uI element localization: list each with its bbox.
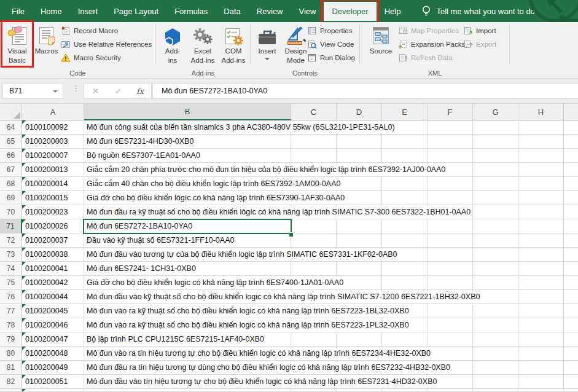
cell-empty[interactable]: [291, 332, 337, 347]
cell-code[interactable]: 0100200003: [22, 135, 84, 149]
properties-button[interactable]: Properties: [307, 25, 352, 36]
cell-empty[interactable]: [518, 262, 564, 276]
insert-function-icon[interactable]: fx: [130, 87, 150, 96]
tab-data[interactable]: Data: [216, 2, 248, 21]
cell-partial[interactable]: [564, 120, 578, 135]
cell-empty[interactable]: [518, 205, 564, 219]
tab-developer[interactable]: Developer: [324, 2, 376, 21]
row-header[interactable]: 72: [0, 233, 22, 248]
cell-empty[interactable]: [473, 219, 518, 233]
cell-empty[interactable]: [473, 205, 518, 219]
cell-empty[interactable]: [473, 233, 518, 248]
cell-empty[interactable]: [518, 389, 564, 392]
map-properties-button[interactable]: Map Properties: [398, 25, 459, 36]
cell-desc[interactable]: Bộ lập trình PLC CPU1215C 6ES7215-1AF40-…: [84, 332, 291, 347]
tab-insert[interactable]: Insert: [70, 2, 106, 21]
cell-empty[interactable]: [382, 262, 428, 276]
cancel-icon[interactable]: ✕: [84, 86, 107, 96]
macros-button[interactable]: Macros: [33, 23, 60, 68]
cell-empty[interactable]: [337, 149, 382, 163]
cell-empty[interactable]: [428, 248, 473, 262]
cell-empty[interactable]: [428, 304, 473, 318]
cell-partial[interactable]: [564, 361, 578, 375]
row-header[interactable]: 76: [0, 290, 22, 304]
cell-empty[interactable]: [291, 219, 337, 233]
cell-empty[interactable]: [473, 191, 518, 205]
cell-partial[interactable]: [564, 248, 578, 262]
cell-empty[interactable]: [518, 375, 564, 389]
source-button[interactable]: Source: [365, 23, 397, 68]
cell-empty[interactable]: [518, 304, 564, 318]
cell-empty[interactable]: [291, 135, 337, 149]
cell-partial[interactable]: [564, 233, 578, 248]
cell-empty[interactable]: [518, 276, 564, 290]
cell-empty[interactable]: [518, 361, 564, 375]
cell-empty[interactable]: [337, 177, 382, 191]
cell-code[interactable]: 0100100092: [22, 120, 84, 135]
row-header[interactable]: 79: [0, 332, 22, 347]
cell-empty[interactable]: [428, 233, 473, 248]
cell-empty[interactable]: [473, 332, 518, 347]
cell-partial[interactable]: [564, 177, 578, 191]
cell-partial[interactable]: [564, 163, 578, 177]
cell-desc[interactable]: Mô đun vào ra kỹ thuật số cho bộ điều kh…: [84, 318, 291, 332]
select-all-button[interactable]: [0, 104, 22, 120]
cell-empty[interactable]: [473, 177, 518, 191]
row-header[interactable]: 74: [0, 262, 22, 276]
cell-empty[interactable]: [518, 290, 564, 304]
import-button[interactable]: Import: [463, 25, 496, 36]
cell-code[interactable]: 0100200026: [22, 219, 84, 233]
cell-code[interactable]: 0100200013: [22, 163, 84, 177]
tab-page-layout[interactable]: Page Layout: [106, 2, 166, 21]
cell-empty[interactable]: [473, 163, 518, 177]
column-header-d[interactable]: D: [337, 104, 382, 120]
cell-code[interactable]: 0100200044: [22, 290, 84, 304]
macro-security-button[interactable]: Macro Security: [61, 52, 121, 63]
column-header-a[interactable]: A: [22, 104, 84, 120]
cell-code[interactable]: 0100200045: [22, 304, 84, 318]
row-header[interactable]: 71: [0, 219, 22, 233]
visual-basic-button[interactable]: Visual Basic: [2, 23, 33, 68]
cell-desc[interactable]: Bộ nguồn 6ES7307-1EA01-0AA0: [84, 149, 291, 163]
cell-empty[interactable]: [473, 149, 518, 163]
row-header[interactable]: 77: [0, 304, 22, 318]
cell-empty[interactable]: [337, 135, 382, 149]
tab-home[interactable]: Home: [33, 2, 70, 21]
cell-partial[interactable]: [564, 347, 578, 361]
cell-empty[interactable]: [291, 233, 337, 248]
design-mode-button[interactable]: Design Mode: [281, 23, 310, 68]
cell-empty[interactable]: [428, 262, 473, 276]
cell-empty[interactable]: [428, 318, 473, 332]
cell-empty[interactable]: [291, 149, 337, 163]
cell-desc[interactable]: Giắc cắm 20 chân phía trước cho mô đun t…: [84, 163, 291, 177]
cell-empty[interactable]: [518, 149, 564, 163]
cell-empty[interactable]: [382, 332, 428, 347]
cell-empty[interactable]: [473, 120, 518, 135]
refresh-data-button[interactable]: Refresh Data: [398, 52, 453, 63]
cell-code[interactable]: 0100200038: [22, 248, 84, 262]
cell-code[interactable]: 0100200014: [22, 177, 84, 191]
cell-desc[interactable]: Giá đỡ cho bộ điều khiển lôgíc có khả nă…: [84, 191, 291, 205]
cell-empty[interactable]: [518, 120, 564, 135]
cell-empty[interactable]: [518, 163, 564, 177]
cell-code[interactable]: 0100200015: [22, 191, 84, 205]
com-add-ins-button[interactable]: COM Add-ins: [219, 23, 248, 68]
cell-empty[interactable]: [428, 149, 473, 163]
cell-desc[interactable]: Mô đun 6ES7272-1BA10-0YA0: [84, 219, 291, 233]
cell-empty[interactable]: [518, 135, 564, 149]
row-header[interactable]: [0, 389, 22, 392]
add-ins-button[interactable]: Add- ins: [158, 23, 187, 68]
cell-partial[interactable]: [564, 191, 578, 205]
cell-empty[interactable]: [473, 318, 518, 332]
record-macro-button[interactable]: Record Macro: [61, 25, 118, 36]
cell-empty[interactable]: [382, 389, 428, 392]
cell-empty[interactable]: [337, 389, 382, 392]
cell-empty[interactable]: [428, 120, 473, 135]
row-header[interactable]: 73: [0, 248, 22, 262]
cell-empty[interactable]: [428, 177, 473, 191]
cell-code[interactable]: 0100200042: [22, 276, 84, 290]
row-header[interactable]: 65: [0, 135, 22, 149]
cell-empty[interactable]: [428, 276, 473, 290]
cell-partial[interactable]: [564, 149, 578, 163]
cell-partial[interactable]: [564, 389, 578, 392]
